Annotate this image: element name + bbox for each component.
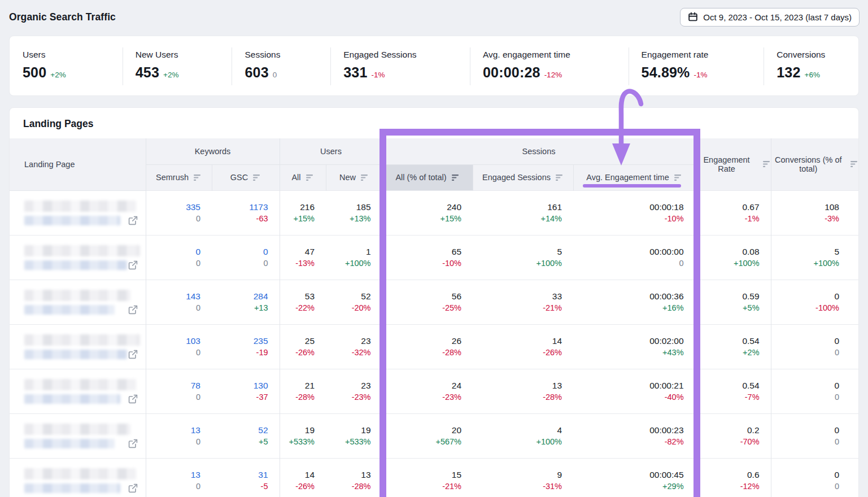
gsc-keywords-link[interactable]: 31 <box>212 469 268 481</box>
cell-users-new: 52 -20% <box>326 280 382 324</box>
landing-page-blurred-title <box>24 468 136 479</box>
gsc-keywords-link[interactable]: 0 <box>212 246 268 258</box>
sessions-group-label: Sessions <box>522 147 556 156</box>
landing-page-cell[interactable] <box>10 413 146 458</box>
gsc-keywords-link[interactable]: 52 <box>212 424 268 436</box>
landing-page-blurred-url <box>24 439 115 448</box>
table-row: 335 0 1173 -63 216 +15% 185 +13% 240 +15… <box>10 190 858 235</box>
conversions-value: 0 <box>771 290 839 302</box>
column-header-gsc[interactable]: GSC <box>212 164 280 190</box>
metric-delta: +2% <box>163 71 178 79</box>
external-link-icon[interactable] <box>128 215 138 226</box>
users-new-value: 19 <box>326 424 371 436</box>
semrush-keywords-link[interactable]: 143 <box>146 290 201 302</box>
cell-sessions-all: 26 -28% <box>382 324 473 369</box>
users-new-value: 1 <box>326 246 371 258</box>
external-link-icon[interactable] <box>128 483 138 494</box>
semrush-keywords-link[interactable]: 335 <box>146 201 201 213</box>
landing-page-cell[interactable] <box>10 280 146 324</box>
external-link-icon[interactable] <box>128 304 138 315</box>
landing-page-blurred-title <box>24 424 130 435</box>
engaged-sessions-value: 5 <box>473 246 562 258</box>
gsc-keywords-link[interactable]: 130 <box>212 380 268 391</box>
sessions-all-value: 20 <box>383 424 462 436</box>
cell-engagement-rate: 0.6 -12% <box>695 458 771 497</box>
engaged-sessions-delta: -31% <box>473 481 562 492</box>
column-group-keywords: Keywords <box>146 138 280 164</box>
date-range-button[interactable]: Oct 9, 2023 - Oct 15, 2023 (last 7 days) <box>680 8 860 27</box>
column-header-avg-engagement-time[interactable]: Avg. Engagement time <box>573 164 695 190</box>
cell-conversions: 0 -100% <box>771 280 858 324</box>
engagement-rate-value: 0.6 <box>696 469 760 481</box>
external-link-icon[interactable] <box>128 260 138 271</box>
landing-page-cell[interactable] <box>10 369 146 413</box>
cell-users-all: 21 -28% <box>280 369 326 413</box>
column-header-conversions[interactable]: Conversions (% of total) <box>771 138 858 190</box>
landing-page-cell[interactable] <box>10 458 146 497</box>
conversions-value: 0 <box>771 469 839 481</box>
cell-engagement-rate: 0.08 +100% <box>695 235 771 280</box>
conversions-value: 5 <box>771 246 839 258</box>
semrush-header-label: Semrush <box>156 173 189 182</box>
landing-page-blurred-title <box>24 290 130 301</box>
users-group-label: Users <box>320 147 342 156</box>
cell-sessions-all: 20 +567% <box>382 413 473 458</box>
engaged-sessions-value: 9 <box>473 469 562 481</box>
metric-value: 453 <box>136 64 159 81</box>
column-header-engagement-rate[interactable]: Engagement Rate <box>695 138 771 190</box>
conversions-delta: -100% <box>771 302 839 314</box>
cell-avg-engagement-time: 00:00:21 -40% <box>573 369 695 413</box>
metric-delta: +6% <box>805 71 820 79</box>
landing-page-cell[interactable] <box>10 190 146 235</box>
landing-page-cell[interactable] <box>10 235 146 280</box>
semrush-keywords-delta: 0 <box>146 258 201 269</box>
metric-label: Avg. engagement time <box>483 50 629 60</box>
column-group-users: Users <box>280 138 382 164</box>
gsc-keywords-link[interactable]: 235 <box>212 335 268 347</box>
cell-engagement-rate: 0.2 -70% <box>695 413 771 458</box>
metric-label: Conversions <box>777 50 858 60</box>
metric-card: Avg. engagement time 00:00:28 -12% <box>470 36 629 95</box>
metric-label: Users <box>23 50 123 60</box>
column-header-semrush[interactable]: Semrush <box>146 164 212 190</box>
users-all-delta: -28% <box>280 391 315 403</box>
metric-card: Engaged Sessions 331 -1% <box>330 36 470 95</box>
landing-page-cell[interactable] <box>10 324 146 369</box>
sort-icon <box>252 174 261 181</box>
gsc-keywords-link[interactable]: 284 <box>212 290 268 302</box>
metric-delta: -12% <box>544 71 562 79</box>
gsc-keywords-delta: -63 <box>212 213 268 225</box>
engagement-rate-value: 0.67 <box>696 201 760 213</box>
cell-conversions: 108 -3% <box>771 190 858 235</box>
semrush-keywords-link[interactable]: 13 <box>146 469 201 481</box>
avg-engagement-time-delta: +43% <box>573 347 684 359</box>
external-link-icon[interactable] <box>128 438 138 449</box>
metric-label: Engaged Sessions <box>343 50 470 60</box>
engagement-rate-delta: +2% <box>696 347 760 359</box>
engaged-sessions-value: 14 <box>473 335 562 347</box>
semrush-keywords-link[interactable]: 78 <box>146 380 201 391</box>
gsc-keywords-link[interactable]: 1173 <box>212 201 268 213</box>
cell-users-all: 53 -22% <box>280 280 326 324</box>
users-all-delta: -26% <box>280 347 315 359</box>
metrics-bar: Users 500 +2% New Users 453 +2% Sessions… <box>9 36 859 96</box>
gsc-keywords-delta: -37 <box>212 391 268 403</box>
engagement-rate-delta: -70% <box>696 436 760 448</box>
cell-keywords-semrush: 13 0 <box>146 458 212 497</box>
users-new-header-label: New <box>339 173 356 182</box>
column-header-users-all[interactable]: All <box>280 164 326 190</box>
semrush-keywords-link[interactable]: 103 <box>146 335 201 347</box>
external-link-icon[interactable] <box>128 394 138 404</box>
semrush-keywords-link[interactable]: 0 <box>146 246 201 258</box>
column-header-users-new[interactable]: New <box>326 164 382 190</box>
column-header-engaged-sessions[interactable]: Engaged Sessions <box>473 164 573 190</box>
column-header-sessions-all[interactable]: All (% of total) <box>382 164 473 190</box>
semrush-keywords-delta: 0 <box>146 213 201 225</box>
semrush-keywords-link[interactable]: 13 <box>146 424 201 436</box>
users-new-value: 52 <box>326 290 371 302</box>
external-link-icon[interactable] <box>128 349 138 360</box>
table-row: 78 0 130 -37 21 -28% 23 -23% 24 -23% 13 … <box>10 369 858 413</box>
avg-engagement-time-delta: -82% <box>573 436 684 448</box>
cell-engagement-rate: 0.67 -1% <box>695 190 771 235</box>
table-row: 103 0 235 -19 25 -26% 23 -32% 26 -28% 14… <box>10 324 858 369</box>
